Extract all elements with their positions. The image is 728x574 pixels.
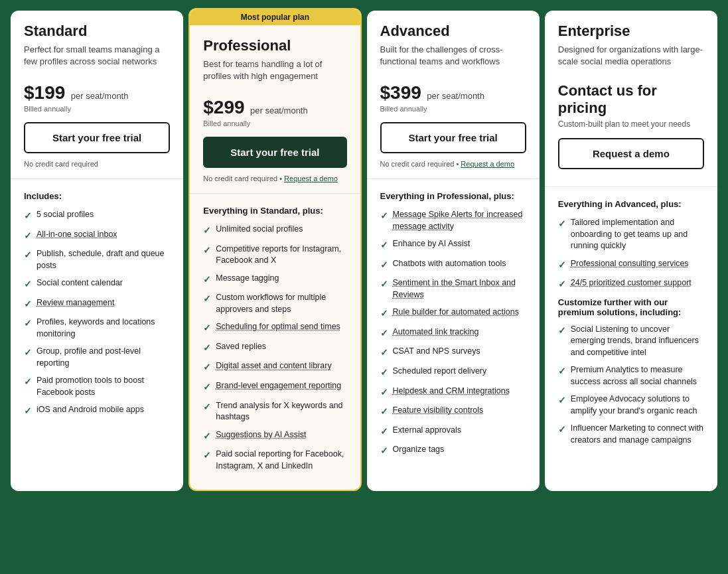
feature-text: Paid social reporting for Facebook, Inst…: [216, 449, 346, 472]
check-icon: ✓: [558, 259, 566, 272]
no-cc-professional: No credit card required • Request a demo: [203, 175, 346, 182]
feature-text: Social content calendar: [36, 277, 123, 289]
feature-item: ✓ Competitive reports for Instagram, Fac…: [203, 244, 346, 267]
feature-text: Review management: [36, 297, 114, 309]
feature-text: Organize tags: [393, 444, 445, 456]
features-heading-enterprise: Everything in Advanced, plus:: [558, 199, 704, 209]
features-heading-standard: Includes:: [24, 191, 170, 201]
feature-text: Saved replies: [216, 341, 266, 353]
feature-text: Automated link tracking: [393, 326, 479, 338]
check-icon: ✓: [203, 342, 211, 355]
check-icon: ✓: [380, 210, 388, 223]
feature-item: ✓ Social Listening to uncover emerging t…: [558, 324, 704, 359]
check-icon: ✓: [203, 293, 211, 306]
billed-standard: Billed annually: [24, 105, 170, 113]
feature-text: Profiles, keywords and locations monitor…: [36, 317, 170, 340]
cta-button-enterprise[interactable]: Request a demo: [558, 138, 704, 169]
feature-text: 5 social profiles: [36, 209, 94, 221]
feature-item: ✓ Social content calendar: [24, 277, 170, 291]
plan-name-enterprise: Enterprise: [558, 23, 704, 40]
cta-button-advanced[interactable]: Start your free trial: [380, 122, 526, 153]
feature-text: Scheduling for optimal send times: [216, 321, 340, 333]
feature-text: Message Spike Alerts for increased messa…: [393, 209, 526, 232]
feature-item: ✓ 24/5 prioritized customer support: [558, 277, 704, 291]
feature-item: ✓ Trend analysis for X keywords and hash…: [203, 400, 346, 423]
check-icon: ✓: [24, 376, 32, 389]
plan-header-standard: StandardPerfect for small teams managing…: [11, 11, 183, 179]
feature-item: ✓ Premium Analytics to measure success a…: [558, 364, 704, 388]
feature-item: ✓ Automated link tracking: [380, 326, 526, 340]
price-amount-standard: $199: [24, 82, 65, 103]
check-icon: ✓: [558, 394, 566, 407]
feature-item: ✓ Suggestions by AI Assist: [203, 429, 346, 443]
feature-text: Chatbots with automation tools: [393, 258, 506, 270]
feature-item: ✓ Influencer Marketing to connect with c…: [558, 423, 704, 446]
plan-desc-enterprise: Designed for organizations with large-sc…: [558, 44, 704, 73]
feature-item: ✓ Rule builder for automated actions: [380, 307, 526, 321]
plan-header-professional: ProfessionalBest for teams handling a lo…: [190, 25, 360, 194]
check-icon: ✓: [380, 366, 388, 380]
check-icon: ✓: [203, 449, 211, 463]
feature-text: Custom workflows for multiple approvers …: [216, 292, 346, 315]
feature-item: ✓ All-in-one social inbox: [24, 229, 170, 243]
check-icon: ✓: [24, 210, 32, 223]
billed-professional: Billed annually: [203, 119, 346, 127]
check-icon: ✓: [203, 381, 211, 394]
customize-heading: Customize further with our premium solut…: [558, 297, 704, 317]
feature-text: Scheduled report delivery: [393, 366, 487, 378]
feature-text: 24/5 prioritized customer support: [571, 277, 692, 289]
check-icon: ✓: [380, 259, 388, 272]
plan-name-professional: Professional: [203, 37, 346, 54]
check-icon: ✓: [203, 273, 211, 287]
plan-card-standard: StandardPerfect for small teams managing…: [11, 11, 183, 491]
request-demo-link-advanced[interactable]: Request a demo: [461, 160, 514, 168]
check-icon: ✓: [24, 249, 32, 262]
check-icon: ✓: [24, 278, 32, 291]
feature-item: ✓ Paid promotion tools to boost Facebook…: [24, 375, 170, 398]
check-icon: ✓: [203, 361, 211, 374]
feature-text: Group, profile and post-level reporting: [36, 346, 170, 369]
plan-header-enterprise: EnterpriseDesigned for organizations wit…: [545, 11, 717, 187]
check-icon: ✓: [24, 298, 32, 311]
check-icon: ✓: [203, 401, 211, 414]
plan-features-enterprise: Everything in Advanced, plus: ✓ Tailored…: [545, 187, 717, 491]
feature-item: ✓ Organize tags: [380, 444, 526, 458]
plan-desc-standard: Perfect for small teams managing a few p…: [24, 44, 170, 73]
plan-features-professional: Everything in Standard, plus: ✓ Unlimite…: [190, 194, 360, 490]
feature-item: ✓ Scheduling for optimal send times: [203, 321, 346, 335]
price-per-standard: per seat/month: [71, 91, 129, 101]
plan-card-enterprise: EnterpriseDesigned for organizations wit…: [545, 11, 717, 491]
feature-item: ✓ Paid social reporting for Facebook, In…: [203, 449, 346, 472]
feature-item: ✓ Chatbots with automation tools: [380, 258, 526, 272]
cta-button-professional[interactable]: Start your free trial: [203, 137, 346, 168]
enterprise-subtitle: Custom-built plan to meet your needs: [558, 119, 704, 129]
plan-price-standard: $199 per seat/month: [24, 82, 170, 104]
check-icon: ✓: [380, 346, 388, 360]
feature-text: Influencer Marketing to connect with cre…: [571, 423, 704, 446]
plan-card-advanced: AdvancedBuilt for the challenges of cros…: [367, 11, 540, 491]
plan-name-standard: Standard: [24, 23, 170, 40]
check-icon: ✓: [558, 324, 566, 338]
feature-text: Digital asset and content library: [216, 360, 331, 372]
check-icon: ✓: [380, 425, 388, 439]
plan-header-advanced: AdvancedBuilt for the challenges of cros…: [367, 11, 540, 179]
feature-item: ✓ Publish, schedule, draft and queue pos…: [24, 248, 170, 271]
feature-item: ✓ Enhance by AI Assist: [380, 238, 526, 252]
request-demo-link-professional[interactable]: Request a demo: [284, 175, 338, 182]
feature-item: ✓ Custom workflows for multiple approver…: [203, 292, 346, 315]
check-icon: ✓: [24, 346, 32, 360]
cta-button-standard[interactable]: Start your free trial: [24, 122, 170, 153]
feature-item: ✓ Review management: [24, 297, 170, 311]
feature-text: Brand-level engagement reporting: [216, 380, 341, 392]
feature-text: Social Listening to uncover emerging tre…: [571, 324, 704, 359]
feature-item: ✓ Feature visibility controls: [380, 405, 526, 419]
feature-text: Rule builder for automated actions: [393, 307, 519, 319]
check-icon: ✓: [380, 278, 388, 291]
pricing-grid: StandardPerfect for small teams managing…: [8, 8, 720, 494]
features-heading-advanced: Everything in Professional, plus:: [380, 191, 526, 201]
feature-text: Helpdesk and CRM integrations: [393, 386, 510, 397]
feature-text: All-in-one social inbox: [36, 229, 117, 241]
feature-item: ✓ Brand-level engagement reporting: [203, 380, 346, 394]
feature-text: Competitive reports for Instagram, Faceb…: [216, 244, 346, 267]
check-icon: ✓: [380, 405, 388, 419]
